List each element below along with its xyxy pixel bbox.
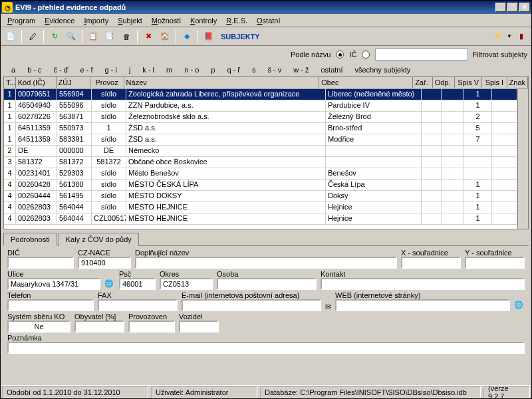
dic-field[interactable]	[7, 257, 74, 269]
table-row[interactable]: 400260444561495sídloMĚSTO DOKSYDoksy1	[4, 191, 528, 202]
alpha-all[interactable]: všechny subjekty	[349, 65, 416, 75]
table-row[interactable]: 2DE000000DENěmecko	[4, 146, 528, 157]
copy-icon[interactable]: 📋	[86, 29, 100, 44]
obyv-field[interactable]	[74, 321, 124, 332]
psc-field[interactable]	[119, 278, 156, 290]
alpha-j[interactable]: j	[124, 65, 136, 75]
grid-body[interactable]: 100079651556904sídloZoologická zahrada L…	[4, 89, 528, 229]
minimize-button[interactable]: _	[495, 3, 506, 12]
ulice-field[interactable]	[7, 278, 100, 290]
poznamka-field[interactable]	[7, 342, 525, 354]
alpha-gi[interactable]: g - i	[100, 65, 122, 75]
search-icon[interactable]: 🔍	[64, 29, 78, 44]
new-icon[interactable]: 📄	[3, 29, 18, 44]
fax-field[interactable]	[98, 299, 178, 311]
menu-kontroly[interactable]: Kontroly	[186, 15, 221, 26]
dropdown-icon[interactable]: ▼	[507, 33, 512, 39]
table-row[interactable]: 400262803564044sídloMĚSTO HEJNICEHejnice…	[4, 202, 528, 213]
col-obec[interactable]: Obec	[319, 77, 413, 88]
alpha-p[interactable]: p	[205, 65, 220, 75]
lightning-icon[interactable]: ⚡	[490, 29, 505, 44]
menu-moznosti[interactable]: Možnosti	[148, 15, 185, 26]
alpha-ef[interactable]: e - f	[75, 65, 98, 75]
refresh-icon[interactable]: ↻	[47, 29, 62, 44]
maximize-button[interactable]: □	[507, 3, 518, 12]
globe-icon[interactable]: 🌐	[104, 279, 115, 290]
vertical-scrollbar[interactable]	[517, 89, 528, 229]
col-znak[interactable]: Znak	[507, 77, 528, 88]
xs-field[interactable]	[401, 257, 461, 269]
data-grid: T... Kód (IČ) ZÚJ Provoz Název Obec Zař.…	[3, 76, 529, 229]
delete-icon[interactable]: 🗑	[119, 29, 134, 44]
col-zar[interactable]: Zař.	[413, 77, 433, 88]
table-row[interactable]: 100079651556904sídloZoologická zahrada L…	[4, 89, 528, 100]
col-nazev[interactable]: Název	[124, 77, 320, 88]
col-odp[interactable]: Odp.	[433, 77, 455, 88]
alpha-bc[interactable]: b - c	[22, 65, 47, 75]
table-row[interactable]: 146504940555096sídloZZN Pardubice, a.s.P…	[4, 100, 528, 112]
provozoven-field[interactable]	[128, 321, 175, 332]
system-field[interactable]	[7, 321, 70, 332]
menu-program[interactable]: Program	[3, 15, 39, 26]
window-title: EVI9 - přehled evidence odpadů	[15, 3, 495, 11]
table-row[interactable]: 160278226563871sídloŽeleznobrodské sklo …	[4, 112, 528, 123]
table-row[interactable]: 400262803564044CZL00517MĚSTO HEJNICEHejn…	[4, 213, 528, 225]
vozidel-field[interactable]	[179, 321, 219, 332]
col-t[interactable]: T...	[4, 77, 16, 88]
menu-evidence[interactable]: Evidence	[41, 15, 78, 26]
mail-icon[interactable]: ✉	[325, 303, 331, 311]
filter-button[interactable]: Filtrovat subjekty	[472, 51, 527, 59]
home-icon[interactable]: 🏠	[158, 29, 172, 44]
table-row[interactable]: 164511359583391sídloŽSD a.s.Modřice7	[4, 134, 528, 146]
alpha-cd[interactable]: č - ď	[49, 65, 74, 75]
col-spisv[interactable]: Spis V	[455, 77, 482, 88]
paste-icon[interactable]: 📑	[102, 29, 117, 44]
book-icon[interactable]: 📕	[201, 29, 216, 44]
app-icon: ◔	[2, 2, 13, 13]
col-provoz[interactable]: Provoz	[90, 77, 124, 88]
col-zuj[interactable]: ZÚJ	[57, 77, 90, 88]
ys-field[interactable]	[465, 257, 525, 269]
alpha-kl[interactable]: k - l	[137, 65, 160, 75]
okres-field[interactable]	[160, 278, 213, 290]
table-row[interactable]: 400260428561380sídloMĚSTO ČESKÁ LÍPAČesk…	[4, 180, 528, 191]
alpha-ostatni[interactable]: ostatní	[315, 65, 348, 75]
icon-b[interactable]: ◆	[180, 29, 194, 44]
col-kod[interactable]: Kód (IČ)	[16, 77, 57, 88]
exit-icon[interactable]: ▮	[514, 29, 529, 44]
kontakt-field[interactable]	[321, 278, 525, 290]
icon-a[interactable]: ✖	[141, 29, 156, 44]
filter-input[interactable]	[375, 49, 468, 61]
table-row[interactable]: 1645113595509731ŽSD a.s.Brno-střed5	[4, 123, 528, 134]
osoba-label: Osoba	[217, 270, 317, 278]
alpha-sv[interactable]: š - v	[262, 65, 287, 75]
menu-res[interactable]: R.E.S.	[222, 15, 251, 26]
alpha-a[interactable]: a	[6, 65, 21, 75]
close-button[interactable]: ✕	[519, 3, 530, 12]
alpha-wz[interactable]: w - ž	[288, 65, 314, 75]
ys-label: Y - souřadnice	[465, 249, 525, 257]
alpha-qr[interactable]: q - ř	[221, 65, 245, 75]
tab-podrobnosti[interactable]: Podrobnosti	[3, 233, 57, 246]
osoba-field[interactable]	[217, 278, 317, 290]
menu-subjekt[interactable]: Subjekt	[114, 15, 146, 26]
alpha-no[interactable]: n - o	[179, 65, 204, 75]
table-row[interactable]: 3581372581372581372Občané obce Boskovice	[4, 157, 528, 168]
ic-radio[interactable]	[362, 51, 370, 59]
alpha-m[interactable]: m	[161, 65, 178, 75]
podle-nazvu-radio[interactable]	[336, 51, 344, 59]
telefon-field[interactable]	[7, 299, 94, 311]
cznace-field[interactable]	[78, 257, 131, 269]
alpha-s[interactable]: s	[247, 65, 261, 75]
titlebar: ◔ EVI9 - přehled evidence odpadů _ □ ✕	[1, 1, 531, 14]
table-row[interactable]: 400231401529303sídloMěsto BenešovBenešov	[4, 168, 528, 180]
col-spisi[interactable]: Spis I	[482, 77, 507, 88]
edit-icon[interactable]: 🖊	[25, 29, 40, 44]
email-field[interactable]	[182, 299, 321, 311]
menu-importy[interactable]: Importy	[80, 15, 112, 26]
tab-kaly[interactable]: Kaly z ČOV do půdy	[59, 233, 139, 246]
menu-ostatni[interactable]: Ostatní	[253, 15, 284, 26]
web-field[interactable]	[335, 299, 510, 311]
globe-icon-2[interactable]: 🌐	[514, 301, 525, 311]
dopl-field[interactable]	[135, 257, 397, 269]
